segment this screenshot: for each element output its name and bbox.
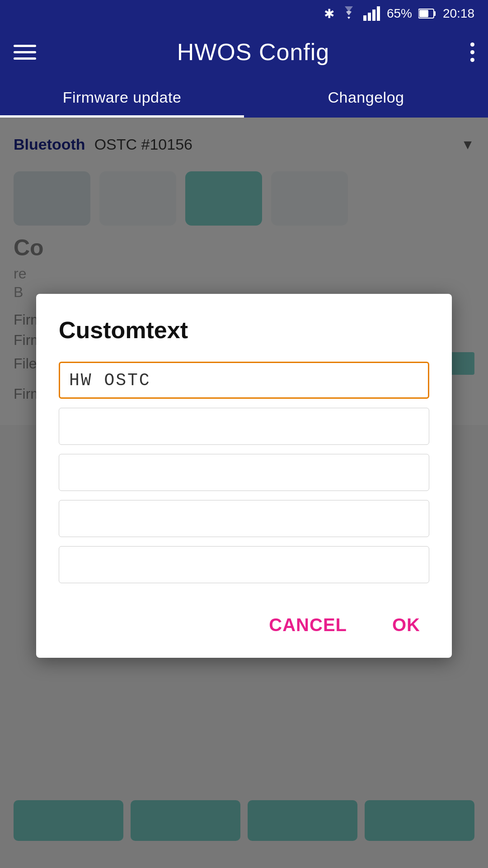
dialog-title: Customtext — [59, 316, 429, 344]
customtext-input-3[interactable] — [59, 454, 429, 491]
app-bar: HWOS Config — [0, 27, 488, 77]
signal-icon — [363, 6, 380, 21]
more-options-button[interactable] — [470, 42, 474, 62]
svg-rect-5 — [434, 11, 436, 16]
svg-rect-6 — [419, 10, 428, 17]
bluetooth-icon: ✱ — [324, 6, 334, 21]
svg-rect-2 — [372, 9, 375, 21]
battery-percent: 65% — [387, 6, 412, 21]
tab-changelog[interactable]: Changelog — [244, 77, 488, 118]
svg-rect-0 — [363, 15, 366, 21]
status-bar: ✱ 65% 20:18 — [0, 0, 488, 27]
customtext-input-1[interactable] — [59, 362, 429, 399]
svg-rect-1 — [368, 13, 371, 21]
battery-icon — [418, 8, 436, 19]
customtext-input-2[interactable] — [59, 408, 429, 445]
tab-firmware-update[interactable]: Firmware update — [0, 77, 244, 118]
customtext-input-4[interactable] — [59, 500, 429, 537]
dialog-buttons: CANCEL OK — [59, 606, 429, 640]
customtext-input-5[interactable] — [59, 546, 429, 583]
time-display: 20:18 — [443, 6, 474, 21]
cancel-button[interactable]: CANCEL — [260, 610, 356, 640]
dialog-input-list — [59, 362, 429, 583]
wifi-icon — [341, 6, 357, 21]
ok-button[interactable]: OK — [383, 610, 429, 640]
status-icons: ✱ 65% 20:18 — [324, 6, 474, 21]
app-title: HWOS Config — [177, 38, 330, 66]
tabs-bar: Firmware update Changelog — [0, 77, 488, 118]
svg-rect-3 — [377, 6, 380, 21]
customtext-dialog: Customtext CANCEL OK — [36, 294, 452, 658]
hamburger-button[interactable] — [14, 45, 36, 60]
